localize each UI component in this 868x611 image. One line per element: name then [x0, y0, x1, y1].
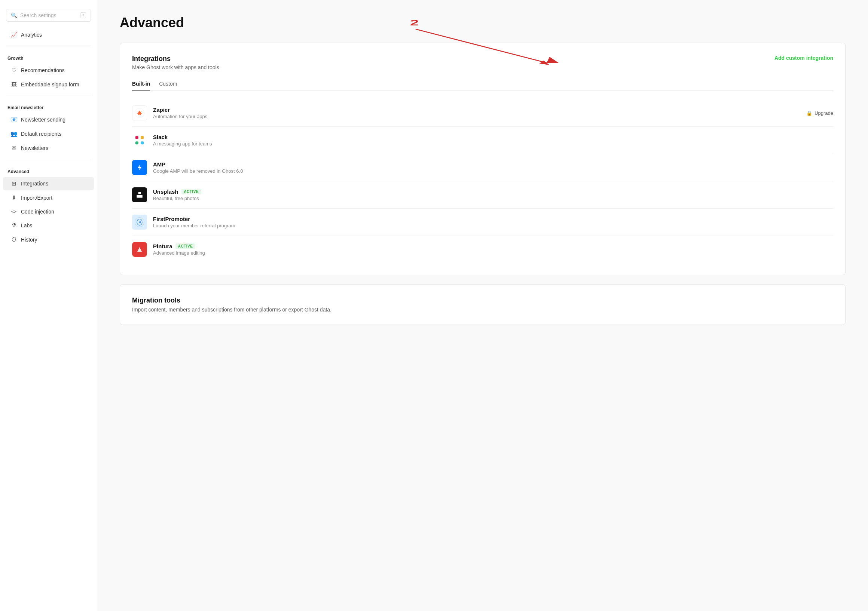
sidebar-item-analytics[interactable]: 📈 Analytics: [3, 28, 94, 42]
svg-rect-6: [135, 141, 138, 144]
unsplash-name: Unsplash ACTIVE: [153, 189, 833, 195]
section-label-growth: Growth: [0, 50, 97, 63]
page-title: Advanced: [120, 15, 846, 31]
sidebar-divider-1: [6, 46, 91, 46]
integration-row-zapier[interactable]: Zapier Automation for your apps 🔒 Upgrad…: [132, 99, 833, 127]
section-label-advanced: Advanced: [0, 163, 97, 176]
sidebar-item-newsletters-label: Newsletters: [21, 145, 48, 151]
integrations-card-header: Integrations Make Ghost work with apps a…: [132, 55, 833, 70]
slack-desc: A messaging app for teams: [153, 141, 833, 147]
search-placeholder: Search settings: [20, 12, 81, 18]
integrations-card-subtitle: Make Ghost work with apps and tools: [132, 64, 219, 70]
section-label-email-newsletter: Email newsletter: [0, 99, 97, 113]
integration-row-amp[interactable]: AMP Google AMP will be removed in Ghost …: [132, 154, 833, 181]
analytics-icon: 📈: [11, 31, 17, 38]
firstpromoter-info: FirstPromoter Launch your member referra…: [153, 216, 833, 229]
sidebar-item-embeddable-signup-label: Embeddable signup form: [21, 82, 79, 88]
tab-built-in[interactable]: Built-in: [132, 78, 150, 90]
pintura-info: Pintura ACTIVE Advanced image editing: [153, 243, 833, 256]
sidebar-item-recommendations[interactable]: ♡ Recommendations: [3, 63, 94, 77]
pintura-logo: [132, 242, 147, 257]
svg-rect-5: [141, 136, 144, 139]
migration-tools-title: Migration tools: [132, 297, 833, 305]
sidebar-item-newsletter-sending[interactable]: 📧 Newsletter sending: [3, 113, 94, 126]
main-content: 2 Advanced Integrations Make Ghost work …: [97, 0, 868, 611]
unsplash-info: Unsplash ACTIVE Beautiful, free photos: [153, 189, 833, 201]
import-export-icon: ⬇: [11, 195, 17, 201]
embeddable-signup-icon: 🖼: [11, 81, 17, 88]
unsplash-active-badge: ACTIVE: [181, 189, 202, 195]
svg-rect-12: [136, 195, 142, 198]
integrations-card-title: Integrations: [132, 55, 219, 63]
sidebar-divider-3: [6, 159, 91, 159]
integrations-card: Integrations Make Ghost work with apps a…: [120, 43, 846, 275]
pintura-name: Pintura ACTIVE: [153, 243, 833, 249]
slack-logo: [132, 133, 147, 148]
integration-row-slack[interactable]: Slack A messaging app for teams: [132, 127, 833, 154]
migration-tools-subtitle: Import content, members and subscription…: [132, 306, 833, 312]
recommendations-icon: ♡: [11, 67, 17, 74]
sidebar-item-integrations[interactable]: ⊞ Integrations: [3, 177, 94, 190]
zapier-upgrade-button[interactable]: 🔒 Upgrade: [806, 110, 833, 116]
labs-icon: ⚗: [11, 222, 17, 229]
sidebar: 🔍 Search settings / 📈 Analytics Growth ♡…: [0, 0, 97, 611]
zapier-desc: Automation for your apps: [153, 114, 806, 119]
search-icon: 🔍: [11, 12, 17, 18]
sidebar-item-labs[interactable]: ⚗ Labs: [3, 219, 94, 232]
svg-rect-4: [135, 136, 138, 139]
unsplash-desc: Beautiful, free photos: [153, 196, 833, 201]
sidebar-item-newsletters[interactable]: ✉ Newsletters: [3, 141, 94, 155]
firstpromoter-desc: Launch your member referral program: [153, 223, 833, 229]
integration-row-firstpromoter[interactable]: FirstPromoter Launch your member referra…: [132, 209, 833, 236]
amp-desc: Google AMP will be removed in Ghost 6.0: [153, 168, 833, 174]
sidebar-item-default-recipients[interactable]: 👥 Default recipients: [3, 127, 94, 141]
sidebar-item-code-injection[interactable]: <> Code injection: [3, 205, 94, 218]
newsletter-sending-icon: 📧: [11, 116, 17, 123]
sidebar-divider-2: [6, 95, 91, 95]
svg-rect-11: [138, 192, 141, 194]
firstpromoter-name: FirstPromoter: [153, 216, 833, 222]
zapier-name: Zapier: [153, 107, 806, 113]
newsletters-icon: ✉: [11, 145, 17, 152]
integration-row-pintura[interactable]: Pintura ACTIVE Advanced image editing: [132, 236, 833, 263]
amp-info: AMP Google AMP will be removed in Ghost …: [153, 161, 833, 174]
sidebar-item-code-injection-label: Code injection: [21, 209, 54, 215]
sidebar-item-import-export-label: Import/Export: [21, 195, 53, 201]
integrations-icon: ⊞: [11, 180, 17, 187]
search-shortcut-badge: /: [81, 12, 86, 18]
sidebar-item-labs-label: Labs: [21, 223, 32, 229]
unsplash-logo: [132, 187, 147, 202]
sidebar-item-recommendations-label: Recommendations: [21, 67, 65, 73]
zapier-info: Zapier Automation for your apps: [153, 107, 806, 119]
firstpromoter-logo: [132, 215, 147, 230]
sidebar-item-history-label: History: [21, 237, 37, 243]
integrations-card-header-info: Integrations Make Ghost work with apps a…: [132, 55, 219, 70]
tab-custom[interactable]: Custom: [159, 78, 177, 90]
pintura-active-badge: ACTIVE: [175, 243, 196, 249]
integrations-tabs: Built-in Custom: [132, 78, 833, 90]
sidebar-item-newsletter-sending-label: Newsletter sending: [21, 117, 65, 123]
amp-name: AMP: [153, 161, 833, 167]
sidebar-item-history[interactable]: ⏱ History: [3, 233, 94, 246]
slack-info: Slack A messaging app for teams: [153, 134, 833, 147]
sidebar-item-analytics-label: Analytics: [21, 32, 42, 38]
default-recipients-icon: 👥: [11, 130, 17, 137]
sidebar-item-default-recipients-label: Default recipients: [21, 131, 61, 137]
add-custom-integration-button[interactable]: Add custom integration: [775, 55, 833, 61]
zapier-logo: [132, 105, 147, 121]
lock-icon: 🔒: [806, 110, 812, 116]
search-settings-box[interactable]: 🔍 Search settings /: [6, 9, 91, 22]
integration-row-unsplash[interactable]: Unsplash ACTIVE Beautiful, free photos: [132, 181, 833, 209]
pintura-desc: Advanced image editing: [153, 250, 833, 256]
sidebar-item-embeddable-signup[interactable]: 🖼 Embeddable signup form: [3, 78, 94, 91]
sidebar-item-import-export[interactable]: ⬇ Import/Export: [3, 191, 94, 204]
amp-logo: [132, 160, 147, 175]
slack-name: Slack: [153, 134, 833, 140]
history-icon: ⏱: [11, 236, 17, 243]
code-injection-icon: <>: [11, 209, 17, 214]
migration-tools-card: Migration tools Import content, members …: [120, 284, 846, 325]
svg-rect-7: [141, 141, 144, 144]
zapier-upgrade-label: Upgrade: [814, 110, 833, 116]
sidebar-item-integrations-label: Integrations: [21, 181, 48, 187]
